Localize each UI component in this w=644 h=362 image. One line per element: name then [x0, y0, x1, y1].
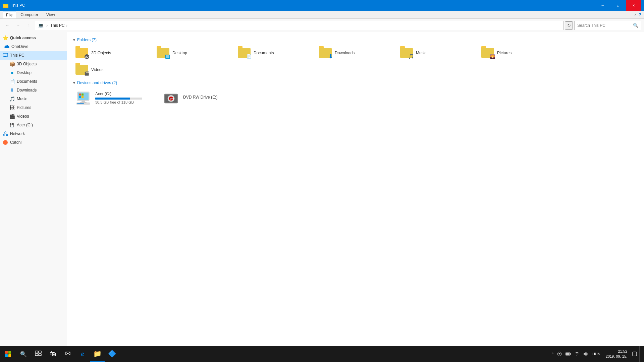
sidebar-item-downloads[interactable]: ⬇ Downloads — [0, 86, 67, 95]
battery-tray-icon[interactable] — [564, 350, 572, 358]
svg-line-11 — [5, 133, 7, 134]
desktop-sidebar-icon: ■ — [9, 70, 15, 75]
sidebar-item-3d-objects[interactable]: 📦 3D Objects — [0, 60, 67, 68]
folders-section-header[interactable]: ▼ Folders (7) — [72, 38, 639, 42]
sidebar-item-acer-c[interactable]: 💾 Acer (C:) — [0, 121, 67, 129]
clock-time: 21:52 — [606, 349, 627, 354]
content-area: ▼ Folders (7) 3D 3D Objects — [67, 32, 644, 352]
help-icon[interactable]: ? — [639, 12, 641, 17]
taskbar: 🔍 🛍 ✉ e 📁 🔷 ^ — [0, 346, 644, 362]
folder-icon-desktop — [156, 47, 170, 59]
maximize-button[interactable]: □ — [610, 0, 626, 11]
tray-overflow-button[interactable]: ^ — [550, 352, 555, 356]
acer-c-space: 30,3 GB free of 118 GB — [95, 100, 157, 104]
folder-item-videos[interactable]: 🎬 Videos — [72, 62, 153, 78]
ribbon-tab-computer[interactable]: Computer — [17, 11, 42, 18]
svg-rect-20 — [80, 102, 87, 103]
folders-grid: 3D 3D Objects Desktop 📄 — [72, 45, 639, 78]
folder-item-pictures[interactable]: 🌄 Pictures — [478, 45, 559, 61]
show-desktop-button[interactable] — [639, 346, 641, 362]
ribbon-tab-file[interactable]: File — [3, 11, 16, 18]
svg-rect-40 — [35, 351, 38, 353]
folder-item-3d-objects[interactable]: 3D 3D Objects — [72, 45, 153, 61]
svg-point-45 — [559, 354, 560, 355]
folder-item-downloads[interactable]: ⬇ Downloads — [316, 45, 396, 61]
svg-point-9 — [6, 134, 8, 136]
folder-name-pictures: Pictures — [497, 51, 512, 55]
path-icon: 💻 — [38, 23, 44, 28]
svg-rect-16 — [82, 94, 84, 96]
app-button-7[interactable]: 🔷 — [105, 346, 119, 362]
onedrive-icon — [4, 44, 9, 49]
folder-icon-pictures: 🌄 — [481, 47, 494, 59]
sidebar-item-documents[interactable]: 📄 Documents — [0, 77, 67, 86]
sidebar-item-catch[interactable]: Catch! — [0, 138, 67, 147]
devices-collapse-arrow: ▼ — [72, 81, 76, 85]
main-layout: ⭐ Quick access OneDrive This PC 📦 — [0, 32, 644, 352]
task-view-button[interactable] — [31, 346, 46, 362]
svg-rect-19 — [82, 101, 85, 102]
language-indicator[interactable]: HUN — [590, 352, 602, 356]
drive-item-dvd-e[interactable]: DVD DVD RW Drive (E:) — [160, 88, 248, 108]
search-box[interactable]: 🔍 — [574, 21, 641, 30]
back-button[interactable]: ← — [3, 21, 12, 30]
folder-item-documents[interactable]: 📄 Documents — [235, 45, 315, 61]
sidebar-label-onedrive: OneDrive — [11, 44, 29, 49]
folder-icon-3d-objects: 3D — [75, 47, 89, 59]
this-pc-icon — [3, 53, 8, 58]
close-button[interactable]: ✕ — [626, 0, 641, 11]
notifications-button[interactable] — [631, 350, 639, 358]
devices-section-header[interactable]: ▼ Devices and drives (2) — [72, 80, 639, 85]
ribbon-tab-view[interactable]: View — [43, 11, 58, 18]
store-button[interactable]: 🛍 — [46, 346, 60, 362]
sidebar-item-this-pc[interactable]: This PC — [0, 51, 67, 60]
mail-icon: ✉ — [65, 350, 71, 358]
path-bar[interactable]: 💻 › This PC › — [35, 21, 564, 30]
sidebar-item-quick-access[interactable]: ⭐ Quick access — [0, 34, 67, 42]
connect-tray-icon[interactable] — [555, 350, 564, 358]
drive-item-acer-c[interactable]: Acer (C:) 30,3 GB free of 118 GB — [72, 88, 160, 108]
search-input[interactable] — [577, 23, 632, 28]
ribbon: File Computer View ∧ ? — [0, 11, 644, 19]
ribbon-expand-icon[interactable]: ∧ — [634, 13, 637, 16]
acer-c-bar-bg — [95, 98, 142, 100]
path-segment: This PC — [50, 23, 65, 28]
sidebar-item-music[interactable]: 🎵 Music — [0, 95, 67, 103]
sidebar-item-onedrive[interactable]: OneDrive — [0, 42, 67, 51]
forward-button[interactable]: → — [13, 21, 23, 30]
folder-icon-downloads: ⬇ — [319, 47, 332, 59]
quick-access-icon: ⭐ — [3, 35, 8, 41]
file-explorer-button[interactable]: 📁 — [90, 346, 105, 362]
folder-item-desktop[interactable]: Desktop — [154, 45, 234, 61]
sidebar-item-network[interactable]: Network — [0, 129, 67, 138]
svg-rect-3 — [3, 5, 8, 7]
app7-icon: 🔷 — [108, 350, 116, 358]
refresh-button[interactable]: ↻ — [565, 21, 573, 29]
dvd-e-name: DVD RW Drive (E:) — [183, 95, 245, 100]
system-clock[interactable]: 21:52 2019. 09. 15. — [603, 349, 630, 359]
minimize-button[interactable]: ─ — [595, 0, 610, 11]
sidebar-item-videos[interactable]: 🎬 Videos — [0, 112, 67, 121]
volume-tray-icon[interactable] — [582, 350, 590, 358]
taskbar-search-button[interactable]: 🔍 — [16, 347, 31, 361]
svg-marker-49 — [584, 352, 586, 356]
edge-button[interactable]: e — [75, 346, 90, 362]
sidebar-item-desktop[interactable]: ■ Desktop — [0, 68, 67, 77]
svg-rect-4 — [3, 53, 8, 56]
sidebar-item-pictures[interactable]: 🖼 Pictures — [0, 103, 67, 112]
folder-item-music[interactable]: 🎵 Music — [397, 45, 478, 61]
svg-rect-22 — [77, 103, 84, 104]
devices-header-text: Devices and drives (2) — [77, 80, 117, 85]
svg-point-28 — [170, 98, 172, 99]
start-button[interactable] — [0, 346, 16, 362]
sidebar-label-pictures: Pictures — [17, 105, 31, 110]
svg-rect-41 — [39, 351, 41, 353]
up-button[interactable]: ↑ — [24, 21, 34, 30]
edge-icon: e — [81, 350, 84, 358]
videos-sidebar-icon: 🎬 — [9, 114, 15, 119]
documents-sidebar-icon: 📄 — [9, 79, 15, 84]
wifi-tray-icon[interactable] — [573, 350, 581, 358]
svg-rect-18 — [82, 96, 84, 98]
sidebar-label-catch: Catch! — [10, 140, 22, 145]
mail-button[interactable]: ✉ — [60, 346, 75, 362]
